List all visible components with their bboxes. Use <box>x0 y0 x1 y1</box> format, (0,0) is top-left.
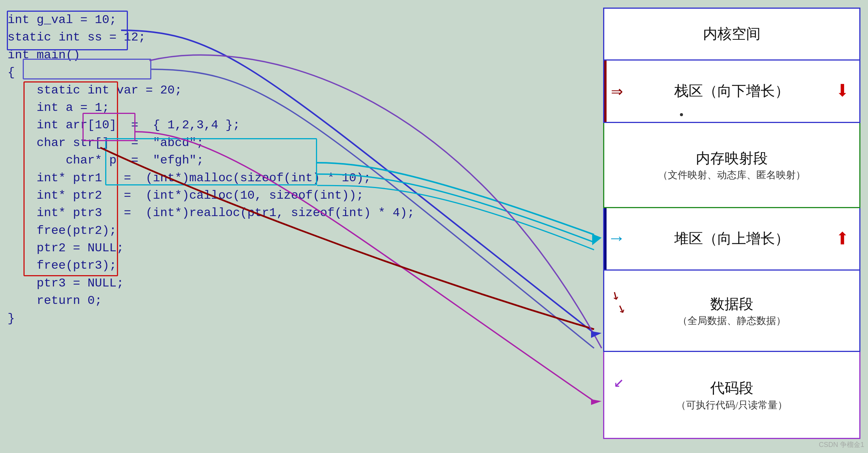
box-static-var <box>23 59 151 79</box>
heap-label: 堆区（向上增长） <box>674 229 789 249</box>
box-main-block <box>23 81 118 276</box>
code-arrow-icon: ↙ <box>614 371 624 392</box>
code-sub: （可执行代码/只读常量） <box>676 399 787 412</box>
svg-marker-2 <box>591 399 602 405</box>
mem-heap: → 堆区（向上增长） ⬆ <box>603 208 860 271</box>
box-malloc-lines <box>105 138 317 185</box>
stack-label: 栈区（向下增长） <box>674 81 789 101</box>
svg-marker-1 <box>591 331 602 338</box>
heap-up-arrow-icon: ⬆ <box>835 224 850 254</box>
mem-stack: ⇒ 栈区（向下增长） ⬇ <box>603 61 860 123</box>
svg-marker-0 <box>592 234 602 245</box>
code-line-17: ptr3 = NULL; <box>8 275 322 292</box>
heap-arrow-right-icon: → <box>611 229 622 249</box>
code-line-20: } <box>8 310 322 327</box>
stack-arrow-right-icon: ⇒ <box>611 79 623 103</box>
stack-dot <box>680 113 683 116</box>
code-line-19: return 0; <box>8 292 322 310</box>
mem-code: ↙ 代码段 （可执行代码/只读常量） <box>603 352 860 439</box>
mem-mmap: 内存映射段 （文件映射、动态库、匿名映射） <box>603 123 860 208</box>
mem-data: ↘ ↘ 数据段 （全局数据、静态数据） <box>603 271 860 352</box>
data-sub: （全局数据、静态数据） <box>678 314 786 327</box>
kernel-label: 内核空间 <box>703 24 761 44</box>
box-global-vars <box>7 11 128 50</box>
code-label: 代码段 <box>710 378 753 398</box>
data-label: 数据段 <box>710 294 753 314</box>
box-string-literals <box>82 113 135 141</box>
watermark: CSDN 争榴金1 <box>819 440 864 449</box>
stack-down-arrow-icon: ⬇ <box>835 76 850 106</box>
memory-diagram: 内核空间 ⇒ 栈区（向下增长） ⬇ 内存映射段 （文件映射、动态库、匿名映射） … <box>603 8 860 443</box>
mmap-sub: （文件映射、动态库、匿名映射） <box>658 168 806 182</box>
mem-kernel: 内核空间 <box>603 8 860 61</box>
mmap-label: 内存映射段 <box>696 148 768 168</box>
